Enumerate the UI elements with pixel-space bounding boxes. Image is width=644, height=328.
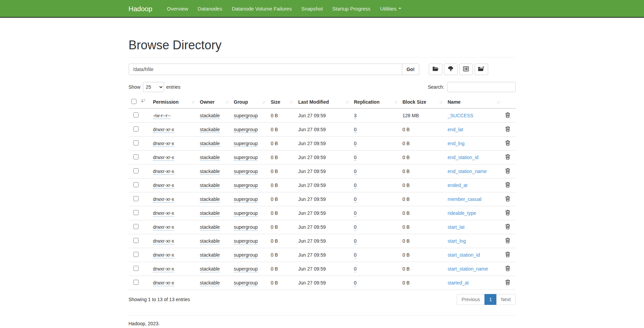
- permission-value[interactable]: drwxr-xr-x: [153, 127, 174, 133]
- replication-value[interactable]: 3: [354, 113, 357, 119]
- permission-value[interactable]: -rw-r--r--: [153, 113, 171, 119]
- replication-value[interactable]: 0: [354, 169, 357, 175]
- delete-file-button[interactable]: [505, 140, 510, 147]
- select-all-header[interactable]: [129, 96, 150, 108]
- delete-file-button[interactable]: [505, 154, 510, 161]
- upload-files-button[interactable]: [444, 64, 458, 75]
- row-checkbox[interactable]: [133, 252, 139, 257]
- owner-value[interactable]: stackable: [200, 183, 220, 189]
- file-link[interactable]: member_casual: [448, 196, 482, 202]
- replication-value[interactable]: 0: [354, 252, 357, 258]
- file-link[interactable]: ended_at: [448, 183, 467, 188]
- pagination-previous[interactable]: Previous: [457, 294, 484, 305]
- file-link[interactable]: start_lng: [448, 238, 466, 244]
- pagination-page-1[interactable]: 1: [485, 294, 497, 305]
- directory-path-input[interactable]: [129, 64, 403, 75]
- file-link[interactable]: start_station_name: [448, 266, 488, 272]
- owner-value[interactable]: stackable: [200, 196, 220, 203]
- delete-file-button[interactable]: [505, 196, 510, 203]
- file-link[interactable]: end_station_name: [448, 169, 487, 174]
- row-checkbox[interactable]: [133, 210, 139, 215]
- replication-value[interactable]: 0: [354, 127, 357, 133]
- column-header[interactable]: Replication: [351, 96, 400, 108]
- row-checkbox[interactable]: [133, 113, 139, 118]
- owner-value[interactable]: stackable: [200, 280, 220, 286]
- permission-value[interactable]: drwxr-xr-x: [153, 210, 174, 217]
- group-value[interactable]: supergroup: [234, 127, 258, 133]
- file-link[interactable]: end_station_id: [448, 155, 479, 160]
- owner-value[interactable]: stackable: [200, 210, 220, 217]
- replication-value[interactable]: 0: [354, 155, 357, 161]
- replication-value[interactable]: 0: [354, 210, 357, 217]
- navbar-brand[interactable]: Hadoop: [129, 0, 158, 18]
- replication-value[interactable]: 0: [354, 141, 357, 147]
- file-link[interactable]: rideable_type: [448, 210, 476, 216]
- owner-value[interactable]: stackable: [200, 169, 220, 175]
- file-link[interactable]: end_lng: [448, 141, 465, 146]
- permission-value[interactable]: drwxr-xr-x: [153, 280, 174, 286]
- permission-value[interactable]: drwxr-xr-x: [153, 141, 174, 147]
- column-header[interactable]: Owner: [197, 96, 231, 108]
- permission-value[interactable]: drwxr-xr-x: [153, 252, 174, 258]
- owner-value[interactable]: stackable: [200, 266, 220, 272]
- row-checkbox[interactable]: [133, 196, 139, 201]
- row-checkbox[interactable]: [133, 140, 139, 145]
- permission-value[interactable]: drwxr-xr-x: [153, 169, 174, 175]
- group-value[interactable]: supergroup: [234, 141, 258, 147]
- go-button[interactable]: Go!: [402, 64, 419, 75]
- row-checkbox[interactable]: [133, 182, 139, 187]
- file-link[interactable]: start_lat: [448, 224, 465, 230]
- column-header[interactable]: Size: [268, 96, 296, 108]
- owner-value[interactable]: stackable: [200, 252, 220, 258]
- permission-value[interactable]: drwxr-xr-x: [153, 224, 174, 230]
- permission-value[interactable]: drwxr-xr-x: [153, 266, 174, 272]
- delete-file-button[interactable]: [505, 182, 510, 189]
- group-value[interactable]: supergroup: [234, 169, 258, 175]
- column-header[interactable]: Last Modified: [296, 96, 351, 108]
- group-value[interactable]: supergroup: [234, 238, 258, 244]
- row-checkbox[interactable]: [133, 238, 139, 243]
- row-checkbox[interactable]: [133, 126, 139, 132]
- replication-value[interactable]: 0: [354, 183, 357, 189]
- owner-value[interactable]: stackable: [200, 224, 220, 230]
- owner-value[interactable]: stackable: [200, 141, 220, 147]
- navbar-link[interactable]: Datanodes: [193, 0, 227, 17]
- owner-value[interactable]: stackable: [200, 113, 220, 119]
- group-value[interactable]: supergroup: [234, 266, 258, 272]
- group-value[interactable]: supergroup: [234, 210, 258, 217]
- entries-per-page-select[interactable]: 25: [143, 82, 164, 92]
- group-value[interactable]: supergroup: [234, 183, 258, 189]
- table-search-input[interactable]: [447, 82, 516, 92]
- navbar-link[interactable]: Snapshot: [296, 0, 327, 17]
- replication-value[interactable]: 0: [354, 238, 357, 244]
- group-value[interactable]: supergroup: [234, 280, 258, 286]
- delete-file-button[interactable]: [505, 265, 510, 272]
- file-link[interactable]: start_station_id: [448, 252, 480, 258]
- column-header[interactable]: Name: [445, 96, 502, 108]
- replication-value[interactable]: 0: [354, 266, 357, 272]
- create-directory-button[interactable]: [429, 64, 442, 75]
- replication-value[interactable]: 0: [354, 196, 357, 203]
- row-checkbox[interactable]: [133, 280, 139, 285]
- move-to-trash-button[interactable]: [475, 64, 488, 75]
- delete-file-button[interactable]: [505, 238, 510, 244]
- permission-value[interactable]: drwxr-xr-x: [153, 238, 174, 244]
- delete-file-button[interactable]: [505, 279, 510, 286]
- permission-value[interactable]: drwxr-xr-x: [153, 155, 174, 161]
- select-all-checkbox[interactable]: [131, 99, 136, 104]
- navbar-link[interactable]: Overview: [162, 0, 193, 17]
- navbar-link[interactable]: Startup Progress: [328, 0, 375, 17]
- delete-file-button[interactable]: [505, 168, 510, 175]
- replication-value[interactable]: 0: [354, 224, 357, 230]
- delete-file-button[interactable]: [505, 210, 510, 217]
- group-value[interactable]: supergroup: [234, 113, 258, 119]
- file-link[interactable]: end_lat: [448, 127, 463, 132]
- group-value[interactable]: supergroup: [234, 252, 258, 258]
- delete-file-button[interactable]: [505, 224, 510, 230]
- column-header[interactable]: Block Size: [400, 96, 445, 108]
- group-value[interactable]: supergroup: [234, 155, 258, 161]
- pagination-next[interactable]: Next: [497, 294, 516, 305]
- column-header[interactable]: Group: [231, 96, 268, 108]
- row-checkbox[interactable]: [133, 154, 139, 159]
- group-value[interactable]: supergroup: [234, 224, 258, 230]
